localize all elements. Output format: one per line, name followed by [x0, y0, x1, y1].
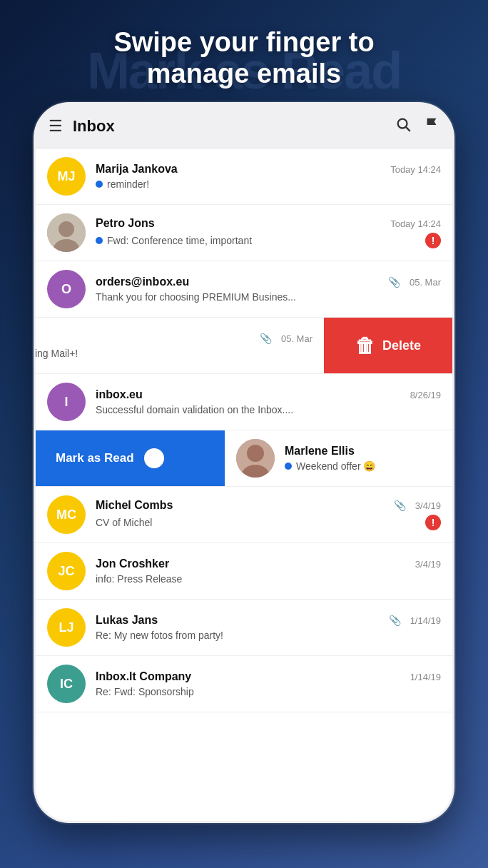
subject-1: reminder!: [96, 178, 441, 190]
avatar-3: O: [47, 270, 86, 308]
headline-line1: Swipe your finger to: [113, 27, 374, 57]
delete-icon: 🗑: [355, 334, 375, 358]
email-content-10: Inbox.lt Company 1/14/19 Re: Fwd: Sponso…: [96, 670, 441, 697]
sender-7: Michel Combs: [96, 499, 173, 512]
avatar-7: MC: [47, 495, 86, 534]
date-1: Today 14:24: [390, 164, 441, 175]
subject-2: Fwd: Conference time, important !: [96, 233, 441, 248]
email-item-2[interactable]: Petro Jons Today 14:24 Fwd: Conference t…: [36, 205, 452, 261]
headline: Swipe your finger to manage emails: [92, 27, 395, 89]
sender-9: Lukas Jans: [96, 614, 158, 627]
avatar-1: MJ: [47, 157, 86, 196]
email-content-6: Marlene Ellis Weekend offer 😄: [285, 445, 452, 472]
sender-1: Marija Jankova: [96, 163, 178, 176]
email-item-4[interactable]: O @mail.ee 📎 05. Mar k you for choosing …: [36, 318, 324, 373]
mark-read-label: Mark as Read: [56, 451, 134, 465]
attach-icon-3: 📎: [388, 276, 400, 288]
date-8: 3/4/19: [415, 559, 441, 570]
subject-3: Thank you for choosing PREMIUM Busines..…: [96, 291, 441, 303]
date-4: 05. Mar: [281, 333, 312, 344]
subject-8: info: Press Release: [96, 573, 441, 585]
menu-icon[interactable]: ☰: [49, 117, 63, 136]
date-5: 8/26/19: [410, 390, 441, 400]
sender-8: Jon Croshker: [96, 557, 169, 570]
avatar-6: [236, 439, 275, 478]
date-7: 3/4/19: [415, 500, 441, 511]
email-list: MJ Marija Jankova Today 14:24 reminder!: [36, 148, 452, 821]
email-item-8[interactable]: JC Jon Croshker 3/4/19 info: Press Relea…: [36, 543, 452, 600]
sender-10: Inbox.lt Company: [96, 670, 191, 683]
attach-icon-9: 📎: [389, 615, 401, 626]
date-9: 1/14/19: [410, 615, 441, 626]
subject-6: Weekend offer 😄: [285, 460, 452, 472]
avatar-9: LJ: [47, 608, 86, 647]
email-item-7[interactable]: MC Michel Combs 📎 3/4/19 CV of Michel !: [36, 487, 452, 543]
avatar-10: IC: [47, 665, 86, 703]
email-item-9[interactable]: LJ Lukas Jans 📎 1/14/19 Re: My new fotos…: [36, 600, 452, 656]
delete-label: Delete: [382, 338, 421, 353]
headline-line2: manage emails: [147, 59, 341, 89]
subject-7: CV of Michel !: [96, 515, 441, 530]
date-2: Today 14:24: [390, 218, 441, 229]
subject-9: Re: My new fotos from party!: [96, 630, 441, 641]
email-content-4: @mail.ee 📎 05. Mar k you for choosing Ma…: [36, 332, 312, 359]
attach-icon-4: 📎: [260, 333, 272, 344]
sender-2: Petro Jons: [96, 217, 155, 230]
email-item-6[interactable]: Marlene Ellis Weekend offer 😄: [225, 430, 452, 486]
top-bar: ☰ Inbox: [36, 104, 452, 148]
phone-frame: ☰ Inbox MJ Marija Jankova Today 14:24: [34, 102, 454, 823]
email-content-7: Michel Combs 📎 3/4/19 CV of Michel !: [96, 499, 441, 530]
email-item-1[interactable]: MJ Marija Jankova Today 14:24 reminder!: [36, 148, 452, 205]
svg-line-1: [406, 127, 410, 131]
subject-5: Successful domain validation on the Inbo…: [96, 404, 441, 415]
mark-read-row: Mark as Read Marlene Ellis: [36, 430, 452, 487]
email-content-8: Jon Croshker 3/4/19 info: Press Release: [96, 557, 441, 585]
email-content-5: inbox.eu 8/26/19 Successful domain valid…: [96, 388, 441, 415]
important-badge-7: !: [425, 515, 441, 530]
email-content-2: Petro Jons Today 14:24 Fwd: Conference t…: [96, 217, 441, 248]
email-content-3: orders@inbox.eu 📎 05. Mar Thank you for …: [96, 276, 441, 303]
delete-action[interactable]: 🗑 Delete: [324, 318, 452, 373]
sender-3: orders@inbox.eu: [96, 276, 189, 288]
email-item-3[interactable]: O orders@inbox.eu 📎 05. Mar Thank you fo…: [36, 261, 452, 318]
inbox-title: Inbox: [73, 117, 382, 136]
avatar-5: I: [47, 383, 86, 421]
swipe-delete-row: 🗑 Delete O @mail.ee 📎 05. Mar k you for …: [36, 318, 452, 374]
sender-6: Marlene Ellis: [285, 445, 355, 458]
email-item-5[interactable]: I inbox.eu 8/26/19 Successful domain val…: [36, 374, 452, 430]
sender-5: inbox.eu: [96, 388, 143, 401]
email-content-1: Marija Jankova Today 14:24 reminder!: [96, 163, 441, 190]
date-10: 1/14/19: [410, 672, 441, 682]
date-3: 05. Mar: [410, 277, 441, 288]
flag-icon[interactable]: [424, 116, 439, 136]
subject-4: k you for choosing Mail+!: [36, 348, 312, 359]
mark-read-action[interactable]: Mark as Read: [36, 430, 225, 486]
important-badge-2: !: [425, 233, 441, 248]
avatar-8: JC: [47, 552, 86, 590]
search-icon[interactable]: [395, 116, 411, 136]
svg-point-3: [59, 221, 74, 237]
attach-icon-7: 📎: [394, 500, 406, 511]
toggle-circle: [144, 448, 164, 468]
email-item-10[interactable]: IC Inbox.lt Company 1/14/19 Re: Fwd: Spo…: [36, 656, 452, 712]
email-content-9: Lukas Jans 📎 1/14/19 Re: My new fotos fr…: [96, 614, 441, 641]
subject-10: Re: Fwd: Sponsorship: [96, 686, 441, 697]
avatar-2: [47, 213, 86, 252]
svg-point-6: [247, 445, 264, 462]
